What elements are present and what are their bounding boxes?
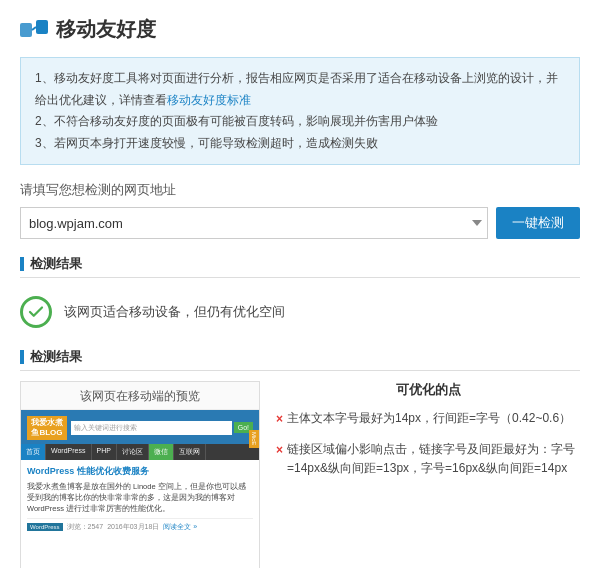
mini-article-title: WordPress 性能优化收费服务 — [27, 465, 253, 478]
url-input[interactable] — [20, 207, 488, 239]
optimize-item-2: × 链接区域偏小影响点击，链接字号及间距最好为：字号=14px&纵向间距=13p… — [276, 440, 580, 478]
svg-rect-0 — [20, 23, 32, 37]
preview-section: 该网页在移动端的预览 我爱水煮 鱼BLOG 输入关键词进行搜索 Go! 首页 — [20, 381, 580, 568]
mini-blog-preview: 我爱水煮 鱼BLOG 输入关键词进行搜索 Go! 首页 WordPress PH… — [21, 410, 259, 568]
mini-search-input: 输入关键词进行搜索 — [71, 421, 232, 435]
url-input-wrapper — [20, 207, 488, 239]
optimize-panel: 可优化的点 × 主体文本字号最好为14px，行间距=字号（0.42~0.6） ×… — [276, 381, 580, 568]
info-line-3: 3、若网页本身打开速度较慢，可能导致检测超时，造成检测失败 — [35, 133, 565, 155]
mobile-standard-link[interactable]: 移动友好度标准 — [167, 93, 251, 107]
mini-nav-weixin: 微信 — [149, 444, 174, 460]
info-box: 1、移动友好度工具将对页面进行分析，报告相应网页是否采用了适合在移动设备上浏览的… — [20, 57, 580, 165]
mini-nav-wordpress: WordPress — [46, 444, 92, 460]
mini-content: WordPress 性能优化收费服务 我爱水煮鱼博客是放在国外的 Linode … — [21, 460, 259, 538]
result-message-1: 该网页适合移动设备，但仍有优化空间 — [64, 303, 285, 321]
check-button[interactable]: 一键检测 — [496, 207, 580, 239]
info-line-2: 2、不符合移动友好度的页面极有可能被百度转码，影响展现并伤害用户体验 — [35, 111, 565, 133]
svg-rect-1 — [36, 20, 48, 34]
mini-nav-discussion: 讨论区 — [117, 444, 149, 460]
page-title: 移动友好度 — [56, 16, 156, 43]
preview-title: 该网页在移动端的预览 — [21, 382, 259, 410]
mini-date: 2016年03月18日 — [107, 522, 159, 532]
logo-icon — [20, 20, 48, 40]
optimize-title: 可优化的点 — [276, 381, 580, 399]
mini-nav-internet: 互联网 — [174, 444, 206, 460]
mini-blog-search: 输入关键词进行搜索 Go! — [71, 421, 253, 435]
mini-blog-logo: 我爱水煮 鱼BLOG — [27, 416, 67, 439]
page-header: 移动友好度 — [20, 16, 580, 43]
mini-article-footer: WordPress 浏览：2547 2016年03月18日 阅读全文 » — [27, 518, 253, 532]
mobile-preview-panel: 该网页在移动端的预览 我爱水煮 鱼BLOG 输入关键词进行搜索 Go! 首页 — [20, 381, 260, 568]
mini-wp-badge: WordPress — [27, 523, 63, 531]
x-mark-icon-2: × — [276, 441, 283, 460]
optimize-text-1: 主体文本字号最好为14px，行间距=字号（0.42~0.6） — [287, 409, 580, 428]
x-mark-icon-1: × — [276, 410, 283, 429]
mini-view-count: 浏览：2547 — [67, 522, 104, 532]
mini-orange-tab: MicE — [249, 430, 259, 447]
mini-nav-php: PHP — [92, 444, 117, 460]
form-label: 请填写您想检测的网页地址 — [20, 181, 580, 199]
optimize-item-1: × 主体文本字号最好为14px，行间距=字号（0.42~0.6） — [276, 409, 580, 429]
check-circle-icon — [20, 296, 52, 328]
mini-nav-home: 首页 — [21, 444, 46, 460]
svg-line-2 — [32, 27, 36, 30]
mini-article-body: 我爱水煮鱼博客是放在国外的 Linode 空间上，但是你也可以感受到我的博客比你… — [27, 481, 253, 515]
mini-nav: 首页 WordPress PHP 讨论区 微信 互联网 — [21, 444, 259, 460]
input-row: 一键检测 — [20, 207, 580, 239]
mini-read-more: 阅读全文 » — [163, 522, 197, 532]
result-row-1: 该网页适合移动设备，但仍有优化空间 — [20, 288, 580, 336]
optimize-text-2: 链接区域偏小影响点击，链接字号及间距最好为：字号=14px&纵向间距=13px，… — [287, 440, 580, 478]
dropdown-arrow-icon[interactable] — [472, 220, 482, 226]
result-section-header-2: 检测结果 — [20, 348, 580, 371]
mini-blog-header: 我爱水煮 鱼BLOG 输入关键词进行搜索 Go! — [21, 410, 259, 443]
preview-image-wrapper: 我爱水煮 鱼BLOG 输入关键词进行搜索 Go! 首页 WordPress PH… — [21, 410, 259, 568]
info-line-1: 1、移动友好度工具将对页面进行分析，报告相应网页是否采用了适合在移动设备上浏览的… — [35, 68, 565, 111]
result-section-header-1: 检测结果 — [20, 255, 580, 278]
